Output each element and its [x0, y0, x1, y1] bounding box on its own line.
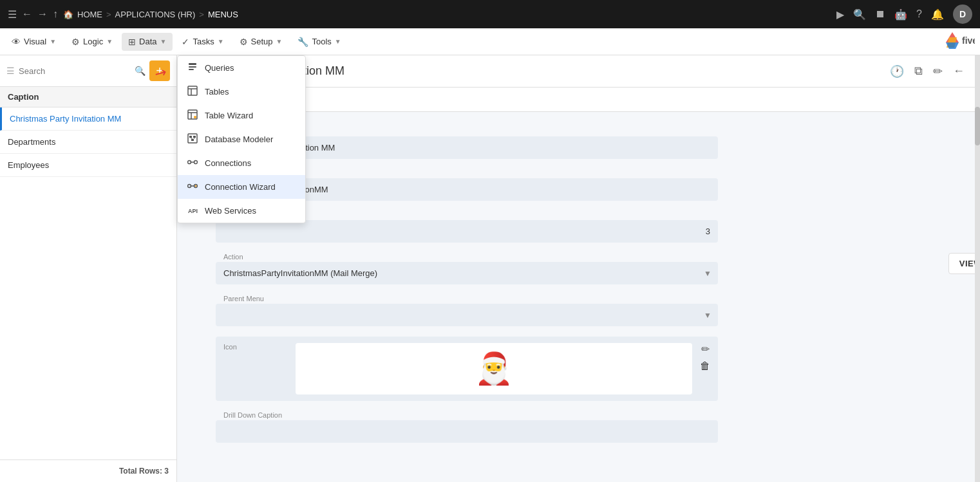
menu-order-field: Menu Order *	[216, 211, 941, 243]
svg-rect-16	[193, 136, 196, 138]
sep2: >	[199, 10, 204, 19]
parent-menu-wrapper: ▼	[216, 304, 718, 326]
santa-hat-icon: 🎅	[475, 351, 513, 387]
tasks-label: Tasks	[193, 37, 214, 46]
robot-icon[interactable]: 🤖	[894, 8, 907, 21]
svg-point-13	[194, 116, 196, 118]
tasks-arrow: ▼	[218, 38, 224, 45]
svg-rect-4	[189, 63, 196, 65]
dropdown-connections[interactable]: Connections	[178, 151, 305, 175]
svg-rect-15	[189, 136, 192, 138]
avatar[interactable]: D	[953, 5, 972, 24]
search-input[interactable]	[19, 66, 131, 76]
bell-icon[interactable]: 🔔	[931, 8, 944, 21]
history-icon[interactable]: 🕐	[887, 62, 907, 81]
svg-rect-6	[189, 69, 194, 70]
setup-icon: ⚙	[240, 37, 248, 47]
help-icon[interactable]: ?	[916, 8, 922, 20]
search-magnify-icon[interactable]: 🔍	[135, 66, 146, 76]
filter-icon: ☰	[6, 66, 15, 76]
topbar-right: ▶ 🔍 ⏹ 🤖 ? 🔔 D	[836, 5, 972, 24]
svg-rect-14	[188, 134, 197, 143]
logic-arrow: ▼	[106, 38, 113, 45]
data-label: Data	[139, 37, 156, 46]
main-layout: ☰ 🔍 + Caption Christmas Party Invitation…	[0, 55, 980, 482]
menu-visual[interactable]: 👁 Visual ▼	[5, 33, 62, 51]
scrollbar-thumb	[975, 107, 980, 145]
menu-tasks[interactable]: ✓ Tasks ▼	[175, 33, 230, 51]
parent-menu-input[interactable]	[216, 304, 718, 326]
stop-icon[interactable]: ⏹	[875, 8, 885, 20]
breadcrumb: 🏠 HOME > APPLICATIONS (HR) > MENUS	[63, 10, 238, 19]
svg-line-19	[194, 138, 194, 139]
menu-setup[interactable]: ⚙ Setup ▼	[233, 33, 289, 51]
action-input[interactable]	[216, 262, 718, 284]
applications-label[interactable]: APPLICATIONS (HR)	[115, 10, 196, 19]
dropdown-tables[interactable]: Tables	[178, 80, 305, 104]
menu-tools[interactable]: 🔧 Tools ▼	[291, 33, 347, 51]
tools-icon: 🔧	[297, 37, 308, 47]
dropdown-database-modeler[interactable]: Database Modeler	[178, 127, 305, 151]
list-item-departments[interactable]: Departments	[0, 131, 176, 154]
list-item-employees[interactable]: Employees	[0, 154, 176, 177]
table-wizard-icon	[187, 109, 198, 122]
svg-rect-17	[191, 139, 194, 141]
svg-rect-5	[189, 66, 196, 68]
drill-down-label: Drill Down Caption	[216, 411, 941, 419]
up-icon[interactable]: ↑	[53, 8, 58, 20]
drill-down-field: Drill Down Caption	[216, 411, 941, 443]
search-topbar-icon[interactable]: 🔍	[853, 8, 866, 21]
web-services-icon: API	[187, 205, 198, 217]
connection-wizard-icon	[187, 181, 198, 193]
copy-icon[interactable]: ⧉	[912, 62, 925, 81]
caption-label: Caption *	[216, 127, 941, 135]
menu-logic[interactable]: ⚙ Logic ▼	[65, 33, 119, 51]
play-icon[interactable]: ▶	[836, 8, 844, 21]
setup-label: Setup	[251, 37, 273, 46]
svg-point-20	[188, 161, 191, 164]
dropdown-web-services[interactable]: API Web Services	[178, 199, 305, 223]
back-icon[interactable]: ←	[950, 62, 967, 81]
database-modeler-icon	[187, 133, 198, 145]
sep1: >	[106, 10, 111, 19]
visual-arrow: ▼	[50, 38, 56, 45]
dropdown-table-wizard[interactable]: Table Wizard	[178, 104, 305, 127]
svg-text:five: five	[962, 35, 975, 46]
svg-point-21	[194, 161, 198, 164]
dropdown-queries[interactable]: Queries	[178, 56, 305, 80]
menu-data[interactable]: ⊞ Data ▼	[122, 33, 173, 51]
data-dropdown-menu: Queries Tables Table Wizard Database Mod…	[177, 55, 306, 223]
data-icon: ⊞	[128, 37, 136, 47]
back-icon[interactable]: ←	[22, 8, 32, 20]
topbar: ☰ ← → ↑ 🏠 HOME > APPLICATIONS (HR) > MEN…	[0, 0, 980, 28]
hamburger-icon[interactable]: ☰	[8, 8, 17, 21]
forward-icon[interactable]: →	[37, 8, 48, 20]
logic-label: Logic	[83, 37, 103, 46]
svg-line-18	[191, 138, 193, 139]
right-actions: 🕐 ⧉ ✏ ←	[887, 62, 967, 81]
logo: five	[930, 31, 975, 52]
scrollbar-track[interactable]	[975, 55, 980, 482]
list-header: Caption	[0, 87, 176, 107]
svg-rect-7	[188, 86, 197, 95]
icon-field: Icon 🎅 ✏ 🗑	[216, 337, 718, 401]
dropdown-connection-wizard[interactable]: Connection Wizard	[178, 175, 305, 199]
action-wrapper: ▼	[216, 262, 718, 284]
tools-arrow: ▼	[335, 38, 341, 45]
queries-label: Queries	[205, 63, 234, 73]
menus-label[interactable]: MENUS	[208, 10, 238, 19]
parent-menu-field: Parent Menu ▼	[216, 295, 941, 326]
table-wizard-label: Table Wizard	[205, 111, 253, 120]
logic-icon: ⚙	[71, 37, 80, 47]
total-rows: Total Rows: 3	[0, 459, 176, 482]
edit-icon[interactable]: ✏	[930, 62, 945, 81]
data-arrow: ▼	[160, 38, 167, 45]
icon-edit-button[interactable]: ✏	[700, 343, 710, 355]
list-item-christmas[interactable]: Christmas Party Invitation MM	[0, 107, 176, 131]
database-modeler-label: Database Modeler	[205, 134, 273, 144]
menu-order-input[interactable]	[216, 220, 718, 243]
left-panel: ☰ 🔍 + Caption Christmas Party Invitation…	[0, 55, 177, 482]
drill-down-input[interactable]	[216, 420, 718, 443]
home-label[interactable]: HOME	[77, 10, 102, 19]
icon-delete-button[interactable]: 🗑	[700, 360, 710, 372]
